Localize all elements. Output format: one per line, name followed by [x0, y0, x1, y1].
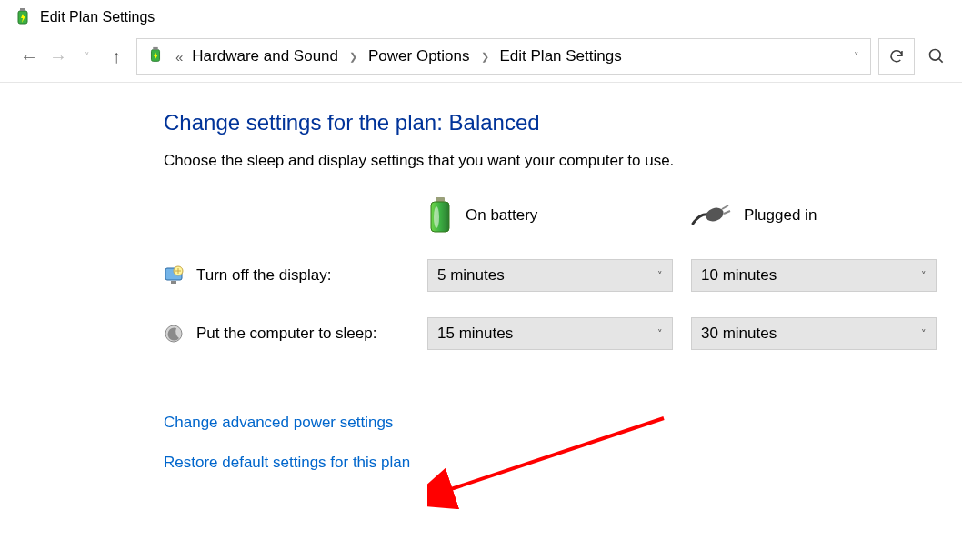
- sleep-battery-dropdown[interactable]: 15 minutes ˅: [427, 317, 673, 350]
- display-battery-dropdown[interactable]: 5 minutes ˅: [427, 259, 673, 292]
- nav-toolbar: ← → ˅ ↑ « Hardware and Sound ❯ Power Opt…: [0, 35, 962, 83]
- svg-rect-7: [431, 202, 449, 232]
- display-row-label: Turn off the display:: [196, 266, 331, 285]
- row-label-display: Turn off the display:: [164, 265, 427, 285]
- advanced-power-settings-link[interactable]: Change advanced power settings: [164, 414, 800, 432]
- power-plan-icon: [146, 46, 166, 66]
- chevron-down-icon: ˅: [921, 328, 927, 340]
- breadcrumb-power-options[interactable]: Power Options: [368, 47, 470, 65]
- bottom-links: Change advanced power settings Restore d…: [164, 414, 800, 472]
- power-plan-icon: [13, 7, 33, 27]
- breadcrumb-hardware-sound[interactable]: Hardware and Sound: [192, 47, 338, 65]
- chevron-right-icon[interactable]: ❯: [347, 51, 359, 63]
- battery-icon: [427, 197, 453, 234]
- breadcrumb-edit-plan[interactable]: Edit Plan Settings: [500, 47, 622, 65]
- sleep-row-label: Put the computer to sleep:: [196, 325, 376, 343]
- page-heading: Change settings for the plan: Balanced: [164, 110, 800, 135]
- svg-rect-6: [436, 197, 445, 202]
- chevron-down-icon: ˅: [657, 328, 663, 340]
- svg-line-5: [939, 59, 943, 63]
- refresh-button[interactable]: [878, 38, 915, 75]
- svg-rect-1: [20, 8, 25, 11]
- row-label-sleep: Put the computer to sleep:: [164, 324, 427, 344]
- forward-button[interactable]: →: [45, 44, 71, 69]
- svg-rect-13: [171, 281, 176, 284]
- sleep-battery-value: 15 minutes: [437, 325, 513, 343]
- display-icon: [164, 265, 184, 285]
- display-battery-value: 5 minutes: [437, 266, 505, 285]
- chevron-right-icon[interactable]: ❯: [479, 51, 491, 63]
- svg-rect-3: [153, 47, 157, 50]
- sleep-plugged-dropdown[interactable]: 30 minutes ˅: [691, 317, 937, 350]
- display-plugged-value: 10 minutes: [701, 266, 777, 285]
- window-title: Edit Plan Settings: [40, 9, 155, 25]
- overflow-chevron-icon[interactable]: «: [175, 49, 183, 65]
- chevron-down-icon: ˅: [921, 270, 927, 282]
- svg-point-8: [434, 206, 439, 228]
- svg-line-10: [722, 205, 728, 209]
- up-button[interactable]: ↑: [104, 44, 129, 69]
- chevron-down-icon: ˅: [657, 270, 663, 282]
- address-expand-icon[interactable]: ˅: [852, 51, 861, 63]
- restore-defaults-link[interactable]: Restore default settings for this plan: [164, 454, 800, 472]
- sleep-icon: [164, 324, 184, 344]
- column-battery-label: On battery: [466, 206, 537, 225]
- back-button[interactable]: ←: [16, 44, 42, 69]
- svg-point-4: [930, 50, 941, 61]
- display-plugged-dropdown[interactable]: 10 minutes ˅: [691, 259, 937, 292]
- plug-icon: [691, 204, 731, 227]
- column-plugged-label: Plugged in: [744, 206, 817, 225]
- sleep-plugged-value: 30 minutes: [701, 325, 777, 343]
- column-header-battery: On battery: [427, 197, 691, 234]
- svg-line-11: [724, 211, 730, 214]
- column-header-plugged: Plugged in: [691, 204, 955, 227]
- title-bar: Edit Plan Settings: [0, 0, 962, 35]
- search-button[interactable]: [918, 38, 955, 75]
- address-bar[interactable]: « Hardware and Sound ❯ Power Options ❯ E…: [136, 38, 871, 75]
- page-subtitle: Choose the sleep and display settings th…: [164, 152, 800, 170]
- recent-dropdown-button[interactable]: ˅: [75, 44, 100, 69]
- content-area: Change settings for the plan: Balanced C…: [0, 83, 800, 472]
